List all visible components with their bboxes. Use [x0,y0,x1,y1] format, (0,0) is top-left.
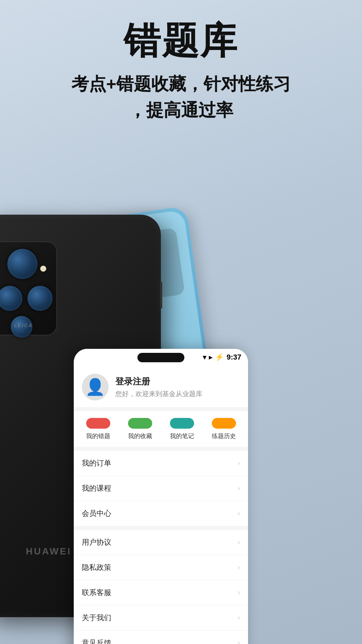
profile-info: 登录注册 您好，欢迎来到基金从业题库 [115,376,202,398]
history-icon [212,418,236,429]
vip-center[interactable]: 会员中心 › [74,501,248,526]
avatar: 👤 [82,374,109,400]
chevron-icon: › [238,613,240,622]
phone-body: LEICA HUAWEI ▾ ▸ ⚡ 9:37 👤 [0,215,161,617]
chevron-icon: › [238,563,240,572]
signal-icon: ▸ [209,353,212,361]
quick-actions: 我的错题 我的收藏 我的笔记 练题历史 [74,411,248,447]
my-orders-label: 我的订单 [82,458,111,468]
chevron-icon: › [238,509,240,518]
profile-section[interactable]: 👤 登录注册 您好，欢迎来到基金从业题库 [74,366,248,407]
favorites-icon [128,418,152,429]
chevron-icon: › [238,639,240,644]
my-courses[interactable]: 我的课程 › [74,476,248,501]
user-agreement-label: 用户协议 [82,537,111,547]
phone-screen: ▾ ▸ ⚡ 9:37 👤 登录注册 您好，欢迎来到基金从业题库 [74,349,248,644]
subtitle-line2: ，提高通过率 [129,100,233,120]
favorites-label: 我的收藏 [128,432,152,440]
notes-label: 我的笔记 [170,432,194,440]
power-button [160,282,162,309]
welcome-text: 您好，欢迎来到基金从业题库 [115,389,202,398]
mistakes-icon [86,418,110,429]
about-us-label: 关于我们 [82,613,111,623]
login-label: 登录注册 [115,376,202,387]
menu-section-1: 我的订单 › 我的课程 › 会员中心 › [74,451,248,526]
mistakes-label: 我的错题 [86,432,110,440]
chevron-icon: › [238,484,240,493]
my-mistakes[interactable]: 我的错题 [81,418,115,440]
hero-title: 错题库 [0,20,362,61]
notes-icon [170,418,194,429]
wifi-icon: ▾ [203,353,206,361]
chevron-icon: › [238,459,240,468]
vip-center-label: 会员中心 [82,508,111,519]
battery-icon: ⚡ [215,353,224,362]
wide-lens [0,286,22,311]
avatar-icon: 👤 [85,378,105,396]
feedback[interactable]: 意见反馈 › [74,631,248,644]
feedback-label: 意见反馈 [82,638,111,644]
phone-container: LEICA HUAWEI ▾ ▸ ⚡ 9:37 👤 [0,215,362,644]
contact-support[interactable]: 联系客服 › [74,580,248,605]
chevron-icon: › [238,588,240,597]
my-courses-label: 我的课程 [82,483,111,493]
subtitle-line1: 考点+错题收藏，针对性练习 [71,74,291,94]
history-label: 练题历史 [212,432,236,440]
tele-lens [27,286,53,311]
contact-support-label: 联系客服 [82,588,111,598]
menu-section-2: 用户协议 › 隐私政策 › 联系客服 › 关于我们 › 意见反馈 › [74,530,248,644]
hero-section: 错题库 考点+错题收藏，针对性练习 ，提高通过率 [0,20,362,123]
hero-subtitle: 考点+错题收藏，针对性练习 ，提高通过率 [0,71,362,123]
flash [40,266,46,272]
camera-module: LEICA [0,241,57,335]
chevron-icon: › [238,538,240,547]
status-icons: ▾ ▸ ⚡ 9:37 [203,353,241,362]
privacy-policy-label: 隐私政策 [82,562,111,573]
my-notes[interactable]: 我的笔记 [165,418,199,440]
main-lens [7,249,38,279]
about-us[interactable]: 关于我们 › [74,605,248,631]
my-orders[interactable]: 我的订单 › [74,451,248,476]
leica-branding: LEICA [0,323,56,328]
user-agreement[interactable]: 用户协议 › [74,530,248,555]
front-camera [137,353,184,362]
practice-history[interactable]: 练题历史 [207,418,241,440]
privacy-policy[interactable]: 隐私政策 › [74,555,248,580]
my-favorites[interactable]: 我的收藏 [123,418,157,440]
status-time: 9:37 [227,353,241,362]
